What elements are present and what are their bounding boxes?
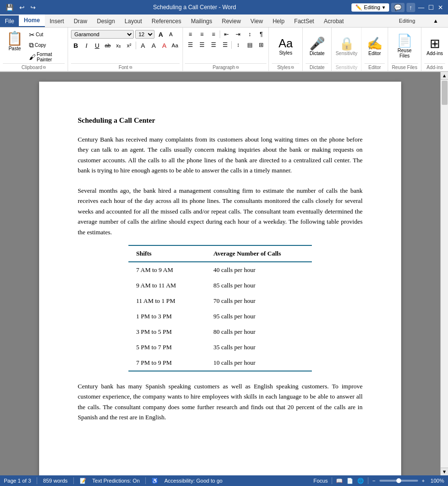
tab-acrobat[interactable]: Acrobat	[319, 15, 349, 27]
scroll-down-button[interactable]: ▼	[441, 468, 448, 475]
font-size-select[interactable]: 12	[135, 30, 154, 39]
decrease-indent-button[interactable]: ⇤	[221, 29, 232, 39]
addins-button[interactable]: ⊞ Add-ins	[425, 35, 445, 58]
shading-button[interactable]: ▤	[244, 40, 255, 50]
dictate-button[interactable]: 🎤 Dictate	[308, 35, 327, 58]
zoom-level[interactable]: 100%	[429, 478, 444, 484]
editor-group-label: Editor	[364, 63, 385, 70]
italic-button[interactable]: I	[82, 41, 91, 50]
numbered-list-button[interactable]: ≡	[196, 29, 207, 39]
close-icon[interactable]: ✕	[437, 3, 444, 12]
share-icon[interactable]: ↑	[406, 3, 416, 12]
reuse-files-button[interactable]: 📄 Reuse Files	[391, 32, 418, 60]
view-web-icon[interactable]: 🌐	[357, 478, 364, 484]
status-sep3	[145, 477, 146, 484]
text-effects-button[interactable]: A	[138, 41, 148, 50]
table-row: 7 AM to 9 AM40 calls per hour	[128, 262, 312, 278]
scroll-thumb[interactable]	[442, 81, 448, 105]
font-color-button[interactable]: A	[159, 41, 169, 50]
tab-layout[interactable]: Layout	[120, 15, 147, 27]
scroll-track[interactable]	[441, 80, 448, 468]
status-sep2	[73, 477, 74, 484]
editing-mode-btn[interactable]: ✏️ Editing ▾	[351, 3, 389, 12]
strikethrough-button[interactable]: ab	[103, 41, 112, 50]
zoom-in-button[interactable]: +	[422, 478, 425, 484]
shrink-font-button[interactable]: A	[166, 29, 176, 39]
tab-draw[interactable]: Draw	[69, 15, 92, 27]
tab-review[interactable]: Review	[217, 15, 246, 27]
tab-home[interactable]: Home	[19, 14, 44, 27]
tab-mailings[interactable]: Mailings	[186, 15, 217, 27]
multilevel-list-button[interactable]: ≡	[208, 29, 219, 39]
table-row: 3 PM to 5 PM80 calls per hour	[128, 324, 312, 340]
tab-factset[interactable]: FactSet	[289, 15, 319, 27]
editing-pencil-icon: ✏️	[355, 4, 362, 11]
data-table: Shifts Average Number of Calls 7 AM to 9…	[128, 245, 312, 372]
cut-button[interactable]: ✂ Cut	[28, 30, 65, 40]
tab-references[interactable]: References	[147, 15, 186, 27]
format-painter-button[interactable]: 🖌 Format Painter	[28, 51, 65, 63]
tab-file[interactable]: File	[0, 15, 19, 27]
zoom-slider[interactable]	[379, 480, 418, 482]
highlight-color-button[interactable]: A	[149, 41, 158, 50]
sort-button[interactable]: ↕	[244, 29, 255, 39]
bullet-list-button[interactable]: ≡	[185, 29, 196, 39]
paste-button[interactable]: 📋 Paste	[3, 29, 27, 63]
restore-icon[interactable]: ☐	[427, 3, 435, 12]
tab-design[interactable]: Design	[92, 15, 120, 27]
view-print-icon[interactable]: 📄	[347, 478, 353, 484]
copy-button[interactable]: ⧉ Copy	[28, 40, 65, 50]
accessibility-icon[interactable]: ♿	[152, 478, 158, 484]
minimize-icon[interactable]: —	[417, 3, 425, 12]
grow-font-button[interactable]: A	[156, 29, 166, 39]
view-read-icon[interactable]: 📖	[336, 478, 343, 484]
align-right-button[interactable]: ☰	[208, 40, 219, 50]
font-expand-icon[interactable]: ⧉	[129, 65, 132, 70]
borders-button[interactable]: ⊞	[256, 40, 266, 50]
table-cell-shift: 7 PM to 9 PM	[128, 355, 206, 371]
sensitivity-button[interactable]: 🔒 Sensitivity	[334, 35, 359, 58]
quick-redo-icon[interactable]: ↪	[28, 3, 38, 12]
line-spacing-button[interactable]: ↕	[233, 40, 243, 50]
reuse-files-group-label: Reuse Files	[391, 63, 418, 70]
table-cell-shift: 9 AM to 11 AM	[128, 278, 206, 293]
quick-save-icon[interactable]: 💾	[4, 3, 15, 12]
bold-button[interactable]: B	[71, 41, 81, 50]
superscript-button[interactable]: x²	[124, 41, 134, 50]
editing-vertical-label: Editing	[399, 18, 415, 24]
align-center-button[interactable]: ☰	[196, 40, 207, 50]
font-divider	[136, 42, 136, 49]
comments-icon[interactable]: 💬	[391, 3, 405, 12]
styles-button[interactable]: Aa Styles	[277, 36, 294, 57]
sensitivity-icon: 🔒	[339, 37, 354, 50]
vertical-scrollbar[interactable]: ▲ ▼	[440, 72, 448, 475]
quick-undo-icon[interactable]: ↩	[17, 3, 27, 12]
document-page: Scheduling a Call Center Century Bank ha…	[39, 82, 401, 475]
document-scroll-area[interactable]: Scheduling a Call Center Century Bank ha…	[0, 72, 440, 475]
track-changes-icon[interactable]: 📝	[80, 478, 86, 484]
increase-indent-button[interactable]: ⇥	[233, 29, 243, 39]
tab-view[interactable]: View	[246, 15, 268, 27]
ribbon-collapse-icon[interactable]: ▲	[433, 18, 438, 24]
tab-insert[interactable]: Insert	[45, 15, 69, 27]
table-cell-shift: 1 PM to 3 PM	[128, 309, 206, 324]
paste-icon: 📋	[6, 32, 23, 45]
tab-help[interactable]: Help	[268, 15, 290, 27]
styles-expand-icon[interactable]: ⧉	[291, 65, 294, 70]
font-name-select[interactable]: Garamond	[71, 30, 134, 39]
show-formatting-button[interactable]: ¶	[256, 29, 266, 39]
subscript-button[interactable]: x₂	[113, 41, 123, 50]
reuse-files-icon: 📄	[397, 34, 412, 47]
font-case-button[interactable]: Aa	[170, 41, 180, 50]
clipboard-expand-icon[interactable]: ⧉	[43, 65, 46, 70]
paragraph-expand-icon[interactable]: ⧉	[236, 65, 239, 70]
scroll-up-button[interactable]: ▲	[441, 72, 448, 80]
focus-button[interactable]: Focus	[313, 478, 328, 484]
zoom-out-button[interactable]: −	[372, 478, 375, 484]
editor-button[interactable]: ✍ Editor	[365, 35, 384, 58]
table-cell-shift: 11 AM to 1 PM	[128, 293, 206, 309]
top-bar-left-icons: 💾 ↩ ↪	[4, 3, 38, 12]
justify-button[interactable]: ☰	[220, 40, 230, 50]
underline-button[interactable]: U	[92, 41, 102, 50]
align-left-button[interactable]: ☰	[185, 40, 196, 50]
